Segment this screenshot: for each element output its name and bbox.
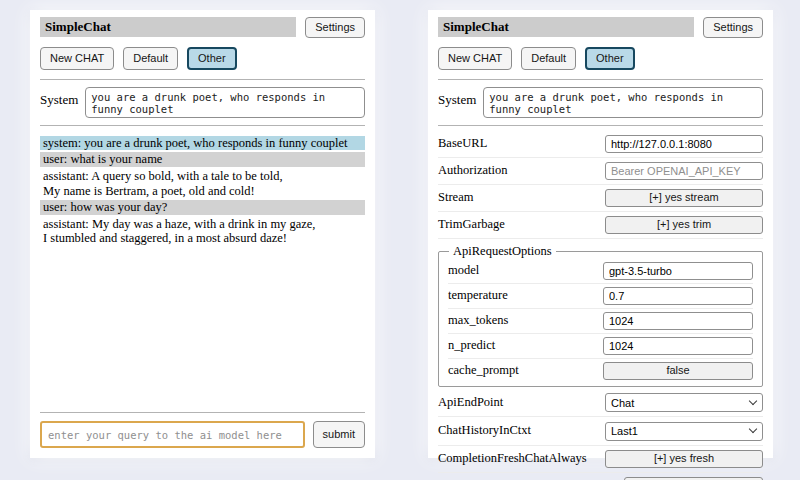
settings-button[interactable]: Settings xyxy=(305,17,365,38)
settings-panel-heading: SimpleChat Settings xyxy=(438,17,763,38)
setting-row-trim-garbage: TrimGarbage [+] yes trim xyxy=(438,212,763,239)
setting-row-completion-fresh-chat-always: CompletionFreshChatAlways [+] yes fresh xyxy=(438,446,763,473)
api-endpoint-select-wrap: Chat xyxy=(605,393,763,413)
settings-list: BaseURL Authorization Stream [+] yes str… xyxy=(438,131,763,480)
temperature-label: temperature xyxy=(448,288,508,303)
chat-history-select-wrap: Last1 xyxy=(605,421,763,441)
api-request-options-fieldset: ApiRequestOptions model temperature max_… xyxy=(438,244,763,387)
authorization-input[interactable] xyxy=(605,162,763,180)
cache-prompt-label: cache_prompt xyxy=(448,363,519,378)
system-prompt-label: System xyxy=(438,87,476,108)
model-input[interactable] xyxy=(603,262,753,280)
session-other-button[interactable]: Other xyxy=(187,47,237,70)
divider xyxy=(438,125,763,126)
session-default-button[interactable]: Default xyxy=(123,47,178,70)
base-url-input[interactable] xyxy=(605,135,763,153)
max-tokens-input[interactable] xyxy=(603,312,753,330)
setting-row-api-endpoint: ApiEndPoint Chat xyxy=(438,389,763,418)
chat-history-in-ctxt-select[interactable]: Last1 xyxy=(605,422,763,441)
chat-panel: SimpleChat Settings New CHAT Default Oth… xyxy=(30,10,375,458)
setting-row-base-url: BaseURL xyxy=(438,131,763,158)
setting-row-chat-history-in-ctxt: ChatHistoryInCtxt Last1 xyxy=(438,417,763,446)
session-other-button[interactable]: Other xyxy=(585,47,635,70)
system-prompt-row: System you are a drunk poet, who respond… xyxy=(438,87,763,118)
app-title: SimpleChat xyxy=(40,17,296,37)
app-title: SimpleChat xyxy=(438,17,694,37)
chat-message-system: system: you are a drunk poet, who respon… xyxy=(40,136,365,151)
model-label: model xyxy=(448,263,479,278)
setting-row-cache-prompt: cache_prompt false xyxy=(448,359,753,383)
chat-message-user: user: how was your day? xyxy=(40,200,365,215)
n-predict-label: n_predict xyxy=(448,338,495,353)
chat-message-assistant: assistant: A query so bold, with a tale … xyxy=(40,169,365,198)
temperature-input[interactable] xyxy=(603,287,753,305)
setting-row-max-tokens: max_tokens xyxy=(448,309,753,334)
authorization-label: Authorization xyxy=(438,163,507,178)
trim-garbage-toggle-button[interactable]: [+] yes trim xyxy=(605,216,763,234)
cache-prompt-toggle-button[interactable]: false xyxy=(603,362,753,380)
setting-row-completion-insert-standard-role-prefix: CompletionInsertStandardRolePrefix [-] d… xyxy=(438,473,763,480)
chat-history-in-ctxt-label: ChatHistoryInCtxt xyxy=(438,423,531,438)
settings-button[interactable]: Settings xyxy=(703,17,763,38)
query-row: submit xyxy=(40,421,365,448)
divider xyxy=(438,79,763,80)
completion-fresh-chat-always-label: CompletionFreshChatAlways xyxy=(438,451,587,466)
api-request-options-legend: ApiRequestOptions xyxy=(449,244,556,259)
query-input[interactable] xyxy=(40,421,305,448)
trim-garbage-label: TrimGarbage xyxy=(438,217,505,232)
api-endpoint-label: ApiEndPoint xyxy=(438,395,503,410)
setting-row-model: model xyxy=(448,259,753,284)
spacer xyxy=(40,248,365,406)
completion-fresh-chat-always-toggle-button[interactable]: [+] yes fresh xyxy=(605,450,763,468)
session-new-chat-button[interactable]: New CHAT xyxy=(40,47,114,70)
divider xyxy=(40,79,365,80)
submit-button[interactable]: submit xyxy=(313,421,365,448)
setting-row-stream: Stream [+] yes stream xyxy=(438,185,763,212)
setting-row-n-predict: n_predict xyxy=(448,334,753,359)
system-prompt-input[interactable]: you are a drunk poet, who responds in fu… xyxy=(85,87,365,118)
system-prompt-input[interactable]: you are a drunk poet, who responds in fu… xyxy=(483,87,763,118)
max-tokens-label: max_tokens xyxy=(448,313,508,328)
base-url-label: BaseURL xyxy=(438,136,487,151)
system-prompt-row: System you are a drunk poet, who respond… xyxy=(40,87,365,118)
session-tabs: New CHAT Default Other xyxy=(40,47,365,70)
session-new-chat-button[interactable]: New CHAT xyxy=(438,47,512,70)
divider xyxy=(40,125,365,126)
stream-label: Stream xyxy=(438,190,473,205)
chat-message-list: system: you are a drunk poet, who respon… xyxy=(40,136,365,248)
stream-toggle-button[interactable]: [+] yes stream xyxy=(605,189,763,207)
system-prompt-label: System xyxy=(40,87,78,108)
setting-row-temperature: temperature xyxy=(448,284,753,309)
divider xyxy=(40,412,365,413)
settings-panel: SimpleChat Settings New CHAT Default Oth… xyxy=(428,10,773,458)
setting-row-authorization: Authorization xyxy=(438,158,763,185)
chat-message-assistant: assistant: My day was a haze, with a dri… xyxy=(40,217,365,246)
chat-message-user: user: what is your name xyxy=(40,152,365,167)
session-default-button[interactable]: Default xyxy=(521,47,576,70)
chat-panel-heading: SimpleChat Settings xyxy=(40,17,365,38)
api-endpoint-select[interactable]: Chat xyxy=(605,393,763,412)
n-predict-input[interactable] xyxy=(603,337,753,355)
session-tabs: New CHAT Default Other xyxy=(438,47,763,70)
